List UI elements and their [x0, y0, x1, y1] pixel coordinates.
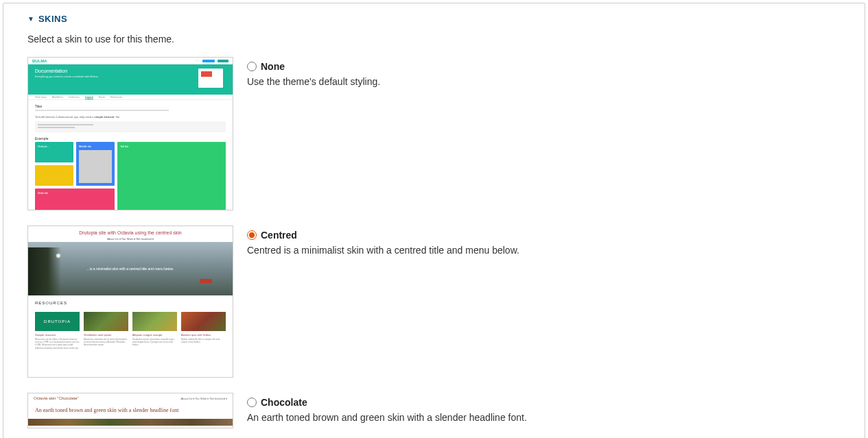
skins-panel: ▼ SKINS Select a skin to use for this th…: [3, 3, 865, 438]
preview-nav: About Us ▾ Our Work ▾ Get Involved ▾: [180, 397, 227, 400]
preview-site-title: Octavia skin "Chocolate": [34, 396, 79, 400]
preview-section-title: Tiles: [35, 104, 226, 108]
preview-nav: About Us ▾ Our Work ▾ Get Involved ▾: [28, 237, 233, 241]
skin-preview-centred[interactable]: Drutopia site with Octavia using the cen…: [27, 226, 233, 378]
skin-label-centred[interactable]: Centred: [261, 230, 297, 241]
skin-preview-none[interactable]: BULMA ☆ · Documentation Everything you n…: [27, 57, 233, 210]
skin-desc-none: Use the theme's default styling.: [247, 76, 841, 87]
skin-radio-centred[interactable]: [247, 230, 257, 240]
skin-row-chocolate: Octavia skin "Chocolate" About Us ▾ Our …: [27, 393, 841, 428]
skin-desc-centred: Centred is a minimalist skin with a cent…: [247, 245, 841, 256]
preview-headline: An earth toned brown and green skin with…: [28, 403, 233, 419]
preview-site-title: Drutopia site with Octavia using the cen…: [28, 230, 233, 235]
preview-resources-heading: RESOURCES: [35, 301, 226, 305]
skin-label-none[interactable]: None: [261, 61, 285, 72]
section-title: SKINS: [38, 14, 67, 24]
skin-radio-chocolate[interactable]: [247, 398, 257, 407]
section-description: Select a skin to use for this theme.: [27, 34, 841, 45]
skin-desc-chocolate: An earth toned brown and green skin with…: [247, 412, 841, 423]
skin-radio-none[interactable]: [247, 62, 257, 71]
preview-brand: BULMA: [32, 59, 47, 63]
preview-example-label: Example: [35, 136, 226, 141]
skin-row-centred: Drutopia site with Octavia using the cen…: [27, 226, 841, 378]
skin-label-chocolate[interactable]: Chocolate: [261, 397, 307, 408]
preview-hero-title: Documentation: [35, 69, 226, 73]
caret-down-icon: ▼: [27, 15, 34, 23]
skin-row-none: BULMA ☆ · Documentation Everything you n…: [27, 57, 841, 210]
skin-preview-chocolate[interactable]: Octavia skin "Chocolate" About Us ▾ Our …: [27, 393, 233, 428]
section-toggle[interactable]: ▼ SKINS: [27, 14, 841, 24]
